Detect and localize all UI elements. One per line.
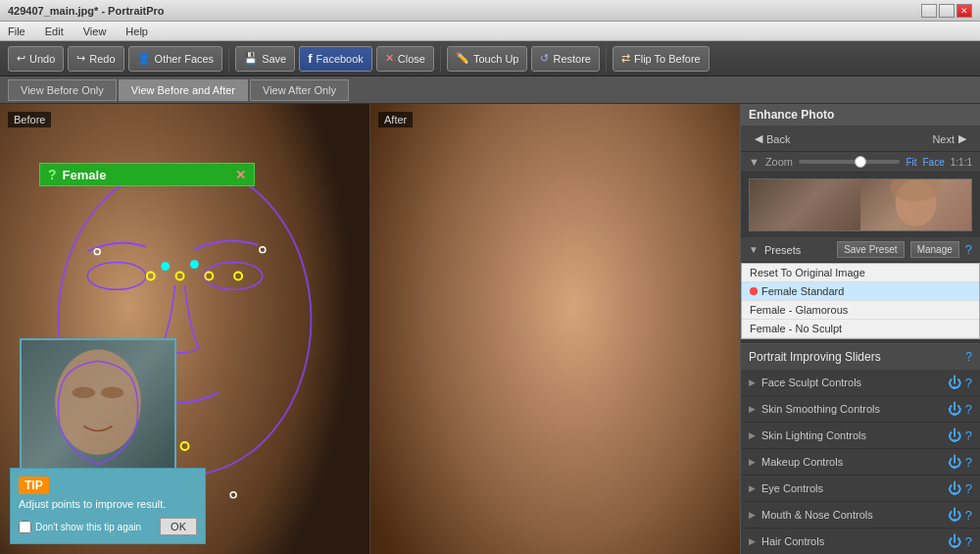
tip-ok-button[interactable]: OK [160,518,197,535]
after-label: After [378,112,413,127]
face-sculpt-power-icon[interactable]: ⏻ [948,375,961,390]
flip-to-before-button[interactable]: ⇄ Flip To Before [612,46,710,72]
preset-item-3[interactable]: Female - No Sculpt [742,320,979,338]
zoom-face-button[interactable]: Face [923,157,945,168]
maximize-button[interactable]: □ [939,4,955,18]
close-button[interactable]: ✕ Close [376,46,434,72]
save-label: Save [262,53,286,65]
menu-edit[interactable]: Edit [41,25,68,37]
slider-mouth-nose[interactable]: ▶ Mouth & Nose Controls ⏻ ? [741,502,980,529]
other-faces-button[interactable]: 👤 Other Faces [128,46,223,72]
thumb-before-image [750,179,860,230]
close-label: Close [398,53,425,65]
mouth-nose-power-icon[interactable]: ⏻ [948,507,961,523]
tab-before-after[interactable]: View Before and After [119,79,248,101]
preview-thumbnail [749,178,972,231]
save-preset-button[interactable]: Save Preset [837,241,904,258]
menu-bar: File Edit View Help [0,22,980,41]
tip-badge: TIP [19,477,49,494]
manage-button[interactable]: Manage [910,241,959,258]
makeup-power-icon[interactable]: ⏻ [948,454,961,470]
undo-label: Undo [29,53,55,65]
slider-makeup[interactable]: ▶ Makeup Controls ⏻ ? [741,449,980,476]
makeup-help-icon[interactable]: ? [965,455,972,470]
tip-text: Adjust points to improve result. [19,498,197,510]
next-button[interactable]: Next ▶ [926,130,972,147]
skin-smoothing-label: Skin Smoothing Controls [761,403,948,415]
slider-hair[interactable]: ▶ Hair Controls ⏻ ? [741,529,980,554]
flip-icon: ⇄ [621,52,630,65]
portrait-sliders-help-icon[interactable]: ? [965,350,972,364]
face-sculpt-arrow-icon: ▶ [749,378,756,387]
preset-item-0[interactable]: Reset To Original Image [742,264,979,282]
eye-label: Eye Controls [761,482,948,494]
menu-view[interactable]: View [79,25,111,37]
preset-item-2[interactable]: Female - Glamorous [742,301,979,320]
mouth-nose-help-icon[interactable]: ? [965,508,972,523]
slider-skin-lighting[interactable]: ▶ Skin Lighting Controls ⏻ ? [741,423,980,449]
toolbar-sep-3 [606,46,607,72]
undo-icon: ↩ [17,52,25,65]
eye-power-icon[interactable]: ⏻ [948,480,961,496]
presets-help-icon[interactable]: ? [965,242,972,257]
back-next-row: ◀ Back Next ▶ [741,126,980,152]
zoom-arrow-icon: ▼ [749,156,760,168]
tab-before-only[interactable]: View Before Only [8,79,117,101]
hair-power-icon[interactable]: ⏻ [948,533,961,549]
tip-footer: Don't show this tip again OK [19,518,197,535]
enhance-header: Enhance Photo [741,104,980,126]
slider-eye[interactable]: ▶ Eye Controls ⏻ ? [741,476,980,502]
gender-text: Female [63,168,107,182]
skin-smoothing-power-icon[interactable]: ⏻ [948,401,961,417]
slider-skin-smoothing[interactable]: ▶ Skin Smoothing Controls ⏻ ? [741,396,980,423]
svg-point-14 [73,387,95,399]
after-photo [370,104,740,554]
presets-arrow-icon: ▼ [749,244,759,255]
gender-label: ? Female ✕ [39,163,255,186]
back-arrow-icon: ◀ [755,132,762,145]
skin-lighting-help-icon[interactable]: ? [965,428,972,443]
gender-close-icon[interactable]: ✕ [235,168,246,182]
portrait-sliders-header: Portrait Improving Sliders ? [741,343,980,370]
back-button[interactable]: ◀ Back [749,130,796,147]
minimize-button[interactable]: _ [921,4,937,18]
tip-checkbox-label[interactable]: Don't show this tip again [19,521,141,533]
preset-dot-1 [750,287,758,295]
facebook-label: Facebook [317,53,364,65]
mouth-nose-label: Mouth & Nose Controls [761,509,948,521]
restore-button[interactable]: ↺ Restore [531,46,600,72]
hair-help-icon[interactable]: ? [965,534,972,549]
zoom-slider[interactable] [799,160,900,164]
eye-arrow-icon: ▶ [749,483,756,493]
photo-panel: Before ? Female ✕ [0,104,740,554]
touch-up-icon: ✏️ [456,52,469,65]
zoom-fit-button[interactable]: Fit [906,157,916,168]
facebook-button[interactable]: f Facebook [299,46,372,72]
menu-file[interactable]: File [4,25,29,37]
back-label: Back [766,133,790,145]
face-thumbnail [20,338,176,476]
flip-label: Flip To Before [634,53,701,65]
close-window-button[interactable]: ✕ [956,4,972,18]
redo-button[interactable]: ↪ Redo [68,46,123,72]
menu-help[interactable]: Help [122,25,152,37]
window-controls: _ □ ✕ [921,4,972,18]
slider-face-sculpt[interactable]: ▶ Face Sculpt Controls ⏻ ? [741,370,980,396]
tab-after-only[interactable]: View After Only [250,79,349,101]
zoom-thumb [855,156,866,168]
eye-help-icon[interactable]: ? [965,481,972,496]
preset-item-1[interactable]: Female Standard [742,282,979,301]
touch-up-button[interactable]: ✏️ Touch Up [447,46,527,72]
tip-header: TIP [19,477,197,494]
title-bar: 429407_main.jpg* - PortraitPro _ □ ✕ [0,0,980,22]
skin-smoothing-help-icon[interactable]: ? [965,402,972,417]
toolbar-sep-1 [228,46,229,72]
save-button[interactable]: 💾 Save [235,46,295,72]
tip-checkbox-input[interactable] [19,521,31,533]
skin-lighting-power-icon[interactable]: ⏻ [948,428,961,443]
zoom-row: ▼ Zoom Fit Face 1:1:1 [741,152,980,173]
preset-item-label-3: Female - No Sculpt [750,323,842,334]
portrait-sliders-title: Portrait Improving Sliders [749,350,881,364]
face-sculpt-help-icon[interactable]: ? [965,376,972,390]
undo-button[interactable]: ↩ Undo [8,46,64,72]
